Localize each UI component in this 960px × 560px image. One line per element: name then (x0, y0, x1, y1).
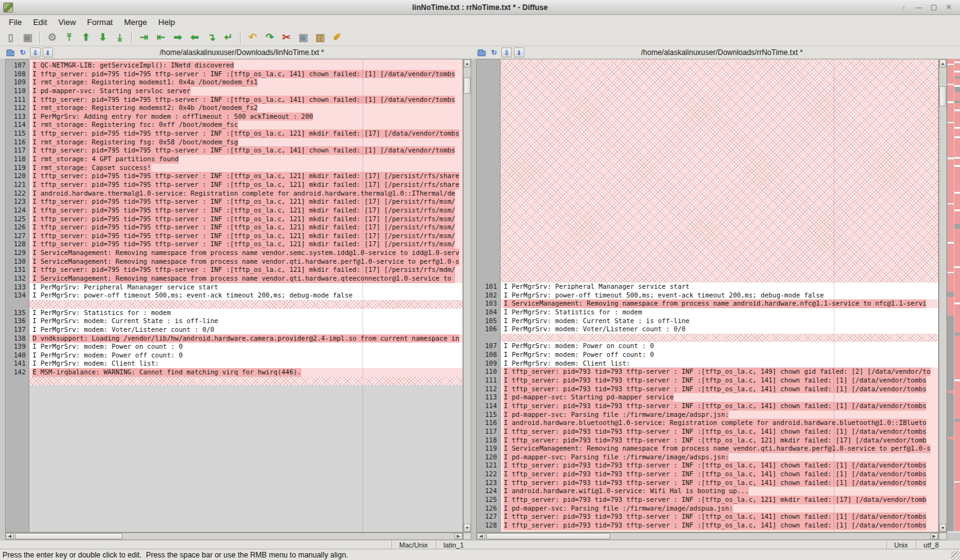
text-line[interactable]: 128 I tftp_server: pid=795 tid=795 tftp-… (6, 240, 462, 249)
text-line[interactable] (6, 300, 462, 309)
close-button[interactable]: ✕ (942, 2, 955, 12)
scroll-right-button[interactable]: ▶ (454, 533, 462, 539)
left-horizontal-scrollbar[interactable]: ◀ ▶ (5, 532, 463, 540)
new-3way-merge-button[interactable]: ▣ (19, 30, 36, 45)
text-line[interactable]: 130 I ServiceManagement: Removing namesp… (6, 258, 462, 266)
reload-file-button[interactable]: ↻ (489, 48, 499, 58)
text-line[interactable]: 136 I PerMgrSrv: modem: Current State : … (6, 317, 462, 326)
text-line[interactable]: 108 I PerMgrSrv: modem: Power off count:… (477, 351, 938, 359)
maximize-button[interactable]: ▢ (928, 2, 940, 12)
text-line[interactable]: 115 I tftp_server: pid=795 tid=795 tftp-… (6, 129, 462, 138)
text-line[interactable]: 129 I ServiceManagement: Removing namesp… (6, 249, 462, 258)
text-line[interactable]: 121 I tftp_server: pid=793 tid=793 tftp-… (477, 461, 938, 470)
text-line[interactable]: 116 I android.hardware.bluetooth@1.0-ser… (477, 419, 938, 428)
overview-left-column[interactable] (948, 59, 954, 532)
overview-right-column[interactable] (954, 59, 960, 532)
right-horizontal-scrollbar[interactable]: ◀ ▶ (476, 532, 939, 540)
text-line[interactable]: 113 I PerMgrSrv: Adding entry for modem … (6, 112, 462, 121)
menu-item[interactable]: View (53, 16, 81, 28)
save-file-as-button[interactable]: ⇓ (514, 48, 524, 58)
text-line[interactable]: 137 I PerMgrSrv: modem: Voter/Listener c… (6, 326, 462, 334)
text-line[interactable]: 124 I android.hardware.wifi@1.0-service:… (477, 487, 938, 496)
text-line[interactable]: 118 I rmt_storage: 4 GPT partitions foun… (6, 155, 462, 164)
cut-button[interactable]: ✂ (278, 30, 295, 45)
text-line[interactable]: 106 I PerMgrSrv: modem: Voter/Listener c… (477, 325, 938, 334)
resize-grip[interactable] (951, 551, 960, 560)
shade-button[interactable]: ↑ (898, 2, 910, 12)
text-line[interactable]: 123 I tftp_server: pid=795 tid=795 tftp-… (6, 198, 462, 206)
text-line[interactable]: 107 I QC-NETMGR-LIB: getServiceImpl(): I… (6, 61, 462, 70)
text-line[interactable] (477, 334, 938, 342)
merge-from-left-button[interactable]: ↴ (203, 30, 220, 45)
open-file-button[interactable] (5, 48, 16, 58)
copy-selection-right-button[interactable]: ⇥ (136, 30, 152, 45)
scroll-right-button[interactable]: ▶ (930, 533, 938, 539)
menu-item[interactable]: File (4, 16, 27, 28)
menu-item[interactable]: Format (82, 16, 118, 28)
next-difference-button[interactable]: ⬇ (94, 30, 111, 45)
menu-item[interactable]: Help (153, 16, 180, 28)
text-line[interactable]: 115 I pd-mapper-svc: Parsing file :/firm… (477, 411, 938, 419)
realign-all-button[interactable]: ⚙ (44, 30, 61, 45)
save-file-button[interactable]: ⇩ (501, 48, 512, 58)
save-file-as-button[interactable]: ⇓ (42, 48, 53, 58)
text-line[interactable]: 103 I ServiceManagement: Removing namesp… (477, 299, 938, 308)
text-line[interactable]: 142 E MSM-irqbalance: WARNING: Cannot fi… (6, 368, 462, 377)
text-line[interactable]: 138 D vndksupport: Loading /vendor/lib/h… (6, 334, 462, 343)
scrollbar-thumb[interactable] (486, 533, 610, 539)
text-line[interactable]: 126 I tftp_server: pid=795 tid=795 tftp-… (6, 223, 462, 232)
clear-edits-button[interactable]: ✐ (329, 30, 346, 45)
text-line[interactable]: 133 I PerMgrSrv: Peripheral Mananager se… (6, 283, 462, 292)
diff-overview-map[interactable] (947, 59, 960, 532)
text-line[interactable]: 111 I tftp_server: pid=793 tid=793 tftp-… (477, 376, 938, 385)
text-line[interactable]: 135 I PerMgrSrv: Statistics for : modem (6, 309, 462, 318)
menu-item[interactable]: Merge (119, 16, 152, 28)
text-line[interactable]: 117 I tftp_server: pid=793 tid=793 tftp-… (477, 428, 938, 436)
open-file-button[interactable] (476, 48, 487, 58)
text-line[interactable]: 122 I android.hardware.thermal@1.0-servi… (6, 189, 462, 198)
redo-button[interactable]: ↷ (261, 30, 278, 45)
text-line[interactable]: 121 I tftp_server: pid=795 tid=795 tftp-… (6, 181, 462, 189)
minimize-button[interactable]: — (912, 2, 925, 12)
text-line[interactable]: 109 I rmt_storage: Registering modemst1:… (6, 78, 462, 87)
scroll-up-button[interactable]: ▲ (939, 59, 946, 68)
scroll-left-button[interactable]: ◀ (477, 533, 485, 539)
copy-button[interactable]: ▣ (295, 30, 312, 45)
text-line[interactable]: 131 I tftp_server: pid=795 tid=795 tftp-… (6, 266, 462, 274)
text-line[interactable]: 108 I tftp_server: pid=795 tid=795 tftp-… (6, 70, 462, 79)
text-line[interactable]: 110 I pd-mapper-svc: Starting servloc se… (6, 87, 462, 96)
text-line[interactable]: 134 I PerMgrSrv: power-off timeout 500,m… (6, 291, 462, 300)
text-line[interactable]: 127 I tftp_server: pid=795 tid=795 tftp-… (6, 232, 462, 241)
copy-selection-left-button[interactable]: ⇤ (152, 30, 169, 45)
copy-left-into-selection-button[interactable]: ➡ (169, 30, 186, 45)
text-line[interactable]: 139 I PerMgrSrv: modem: Power on count :… (6, 342, 462, 351)
text-line[interactable]: 132 I ServiceManagement: Removing namesp… (6, 274, 462, 283)
text-line[interactable]: 101 I PerMgrSrv: Peripheral Mananager se… (477, 282, 938, 291)
right-vertical-scrollbar[interactable]: ▲ ▼ (939, 59, 947, 532)
text-line[interactable]: 122 I tftp_server: pid=793 tid=793 tftp-… (477, 470, 938, 479)
text-line[interactable]: 120 I tftp_server: pid=795 tid=795 tftp-… (6, 172, 462, 181)
text-line[interactable]: 120 I pd-mapper-svc: Parsing file :/firm… (477, 453, 938, 462)
paste-button[interactable]: ▥ (312, 30, 329, 45)
reload-file-button[interactable]: ↻ (18, 48, 28, 58)
toolbar-separator[interactable] (240, 31, 241, 44)
last-difference-button[interactable]: ⤓ (111, 30, 128, 45)
text-line[interactable]: 107 I PerMgrSrv: modem: Power on count :… (477, 342, 938, 351)
text-line[interactable] (6, 377, 462, 386)
text-line[interactable]: 141 I PerMgrSrv: modem: Client list: (6, 359, 462, 368)
scrollbar-thumb[interactable] (939, 86, 946, 106)
text-line[interactable]: 126 I pd-mapper-svc: Parsing file :/firm… (477, 504, 938, 513)
text-line[interactable]: 119 I ServiceManagement: Removing namesp… (477, 444, 938, 453)
text-line[interactable]: 128 I tftp_server: pid=793 tid=793 tftp-… (477, 521, 938, 530)
scrollbar-thumb[interactable] (15, 533, 122, 539)
text-line[interactable]: 118 I tftp_server: pid=793 tid=793 tftp-… (477, 436, 938, 445)
text-line[interactable]: 124 I tftp_server: pid=795 tid=795 tftp-… (6, 206, 462, 215)
scroll-left-button[interactable]: ◀ (6, 533, 14, 539)
text-line[interactable]: 116 I rmt_storage: Registering fsg: 0x58… (6, 138, 462, 147)
scroll-down-button[interactable]: ▼ (939, 524, 946, 532)
left-vertical-scrollbar[interactable]: ▲ ▼ (463, 59, 471, 532)
text-line[interactable]: 109 I PerMgrSrv: modem: Client list: (477, 359, 938, 368)
toolbar-separator[interactable] (39, 31, 41, 44)
text-line[interactable]: 112 I rmt_storage: Registering modemst2:… (6, 104, 462, 112)
copy-right-into-selection-button[interactable]: ⬅ (186, 30, 203, 45)
